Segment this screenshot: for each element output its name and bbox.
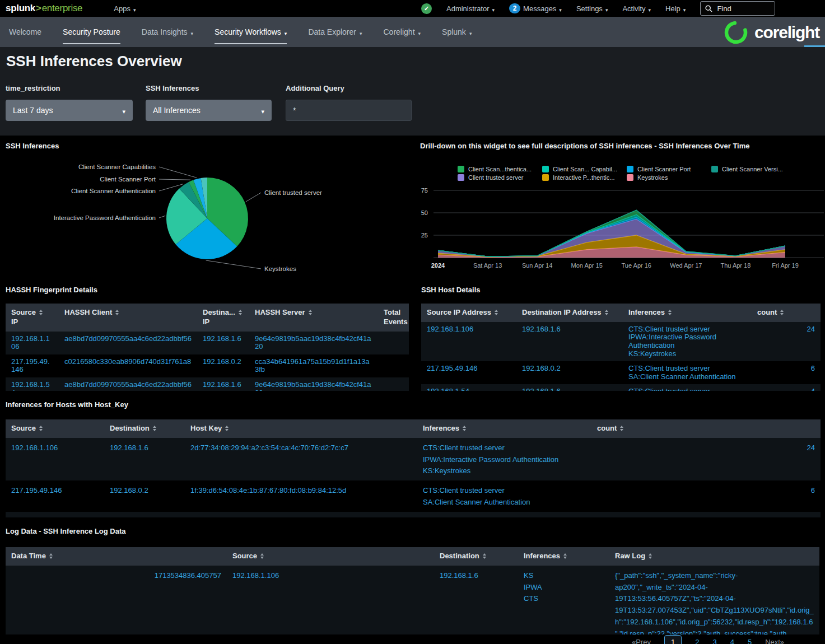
sort-icon[interactable] [39, 310, 43, 315]
cell-link[interactable]: 192.168.1.6 [203, 380, 241, 389]
sort-icon[interactable] [39, 426, 43, 431]
sort-icon[interactable] [483, 553, 486, 559]
cell-link[interactable]: 192.168.0.2 [203, 357, 241, 366]
legend-item-keystrokes[interactable]: Keystrokes [627, 174, 711, 181]
cell-link[interactable]: IPWA:Interactive Password Authentication [423, 455, 558, 464]
sort-icon[interactable] [649, 553, 652, 559]
cell-link[interactable]: CTS [524, 594, 538, 603]
sort-icon[interactable] [309, 310, 312, 315]
sort-icon[interactable] [668, 310, 672, 315]
help-menu[interactable]: Help [665, 4, 686, 13]
column-header-destination[interactable]: Destination [104, 419, 185, 438]
cell-link[interactable]: KS [524, 571, 533, 580]
cell-link[interactable]: IPWA [524, 583, 542, 591]
sort-icon[interactable] [780, 310, 784, 315]
cell-link[interactable]: 192.168.1.106 [427, 325, 473, 333]
cell-link[interactable]: CTS:Client trusted server [628, 387, 710, 391]
cell-link[interactable]: 192.168.1.6 [522, 387, 561, 391]
column-header-host-key[interactable]: Host Key [185, 419, 417, 438]
nav-item-splunk[interactable]: Splunk [442, 17, 472, 47]
nav-item-security-posture[interactable]: Security Posture [63, 17, 120, 47]
cell-link[interactable]: cca34b641961a75a15b91d1f1a13a3fb [255, 357, 370, 374]
ssh-inferences-dropdown[interactable]: All Inferences [146, 100, 272, 121]
cell-link[interactable]: SA:Client Scanner Authentication [423, 498, 530, 506]
cell-link[interactable]: 6 [811, 364, 815, 372]
settings-menu[interactable]: Settings [576, 4, 608, 13]
sort-icon[interactable] [49, 553, 53, 559]
nav-item-corelight[interactable]: Corelight [384, 17, 421, 47]
column-header-source-ip[interactable]: Source IP [6, 304, 59, 332]
cell-link[interactable]: 1f:39:d6:54:08:4e:1b:87:67:80:fd:08:b9:8… [190, 486, 346, 494]
column-header-count[interactable]: count [752, 304, 821, 322]
cell-link[interactable]: 9e64e9819b5aac19d38c4fb42cf41a20 [255, 380, 371, 391]
additional-query-input[interactable] [286, 100, 412, 121]
sort-icon[interactable] [225, 426, 229, 431]
column-header-count[interactable]: count [591, 419, 821, 438]
column-header-hassh-server[interactable]: HASSH Server [249, 304, 378, 332]
column-header-inferences[interactable]: Inferences [417, 419, 591, 438]
cell-link[interactable]: {"_path":"ssh","_system_name":"ricky-ap2… [615, 571, 814, 634]
cell-link[interactable]: SA:Client Scanner Authentication [628, 372, 736, 381]
cell-link[interactable]: IPWA:Interactive Password Authentication [628, 333, 716, 349]
sort-icon[interactable] [260, 553, 264, 559]
cell-link[interactable]: 192.168.1.6 [440, 571, 478, 580]
cell-link[interactable]: 192.168.1.6 [522, 325, 561, 333]
sort-icon[interactable] [115, 310, 119, 315]
sort-icon[interactable] [495, 310, 498, 315]
cell-link[interactable]: KS:Keystrokes [628, 349, 676, 358]
legend-item-client-trusted-server[interactable]: Client trusted server [458, 174, 542, 181]
sort-icon[interactable] [239, 310, 242, 315]
column-header-destination[interactable]: Destination [434, 547, 518, 566]
cell-link[interactable]: 4 [811, 387, 815, 391]
cell-link[interactable]: 192.168.1.106 [11, 334, 50, 351]
cell-link[interactable]: 192.168.1.106 [232, 571, 279, 580]
cell-link[interactable]: CTS:Client trusted server [423, 444, 505, 452]
cell-link[interactable]: 192.168.1.54 [427, 387, 469, 391]
legend-item-client-scanner-versi[interactable]: Client Scanner Versi... [711, 166, 796, 172]
pagination-page-4[interactable]: 4 [730, 638, 734, 644]
column-header-source-ip-address[interactable]: Source IP Address [421, 304, 516, 322]
cell-link[interactable]: 192.168.1.6 [203, 334, 241, 343]
pagination-page-3[interactable]: 3 [712, 638, 716, 644]
nav-item-welcome[interactable]: Welcome [9, 17, 41, 47]
column-header-raw-log[interactable]: Raw Log [609, 547, 819, 566]
legend-item-client-scan-capabil[interactable]: Client Scan... Capabil... [542, 166, 627, 172]
pagination-page-1[interactable]: 1 [664, 635, 682, 644]
column-header-data-time[interactable]: Data Time [6, 547, 227, 566]
sort-icon[interactable] [605, 310, 608, 315]
find-search-input[interactable] [716, 4, 763, 13]
column-header-destina-ip[interactable]: Destina... IP [197, 304, 249, 332]
pagination-page-5[interactable]: 5 [748, 638, 752, 644]
column-header-source[interactable]: Source [6, 419, 104, 438]
cell-link[interactable]: 24 [807, 325, 815, 333]
cell-link[interactable]: 192.168.0.2 [110, 486, 148, 494]
cell-link[interactable]: 192.168.0.2 [522, 364, 561, 372]
health-check-icon[interactable] [421, 3, 432, 14]
nav-item-data-explorer[interactable]: Data Explorer [308, 17, 362, 47]
column-header-destination-ip-address[interactable]: Destination IP Address [516, 304, 623, 322]
legend-item-client-scanner-port[interactable]: Client Scanner Port [627, 166, 711, 172]
pagination-page-2[interactable]: 2 [695, 638, 699, 644]
cell-link[interactable]: CTS:Client trusted server [423, 486, 505, 494]
cell-link[interactable]: 217.195.49.146 [11, 357, 50, 374]
activity-menu[interactable]: Activity [622, 4, 651, 13]
column-header-inferences[interactable]: Inferences [623, 304, 752, 322]
apps-menu[interactable]: Apps [114, 4, 136, 13]
cell-link[interactable]: KS:Keystrokes [423, 466, 470, 475]
cell-link[interactable]: 192.168.1.54 [11, 380, 50, 391]
cell-link[interactable]: CTS:Client trusted server [628, 325, 710, 333]
nav-item-security-workflows[interactable]: Security Workflows [215, 17, 287, 47]
pagination-next[interactable]: Next» [765, 638, 784, 644]
sort-icon[interactable] [620, 426, 623, 431]
cell-link[interactable]: CTS:Client trusted server [628, 364, 710, 372]
column-header-inferences[interactable]: Inferences [518, 547, 609, 566]
cell-link[interactable]: c0216580c330eab8906d740d31f761a8 [64, 357, 191, 366]
cell-link[interactable]: ae8bd7dd09970555aa4c6ed22adbbf56 [64, 334, 192, 343]
column-header-source[interactable]: Source [227, 547, 434, 566]
cell-link[interactable]: 192.168.1.106 [11, 444, 58, 452]
legend-item-client-scan-thentica[interactable]: Client Scan...thentica... [458, 166, 542, 172]
cell-link[interactable]: 9e64e9819b5aac19d38c4fb42cf41a20 [255, 334, 371, 351]
sort-icon[interactable] [563, 553, 567, 559]
administrator-menu[interactable]: Administrator [446, 4, 495, 13]
nav-item-data-insights[interactable]: Data Insights [142, 17, 193, 47]
